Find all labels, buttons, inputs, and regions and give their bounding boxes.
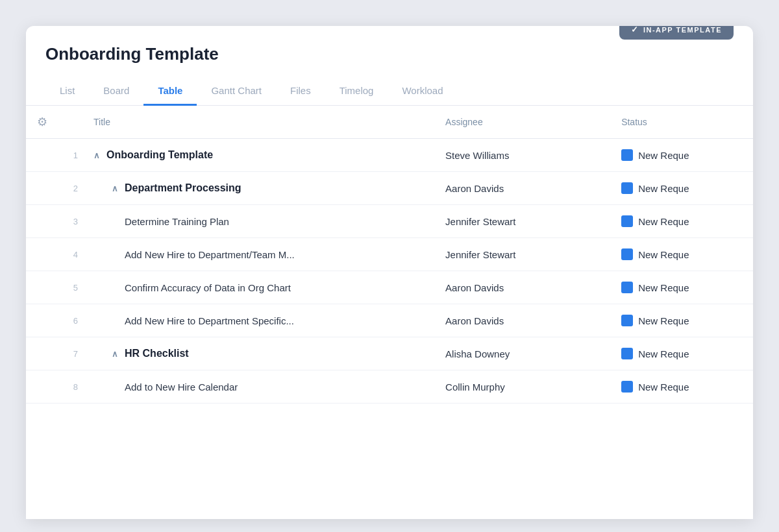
row-title-cell[interactable]: ∧Onboarding Template bbox=[84, 139, 436, 172]
gear-icon[interactable]: ⚙ bbox=[37, 115, 47, 128]
page-title: Onboarding Template bbox=[45, 44, 734, 64]
status-cell: New Reque bbox=[621, 348, 744, 359]
table-row[interactable]: 6Add New Hire to Department Specific...A… bbox=[26, 304, 753, 337]
tab-table[interactable]: Table bbox=[143, 79, 197, 106]
row-status: New Reque bbox=[612, 205, 753, 238]
row-assignee: Collin Murphy bbox=[436, 370, 612, 404]
tab-board[interactable]: Board bbox=[89, 79, 143, 106]
assignee-column-header: Assignee bbox=[436, 106, 612, 139]
row-title-cell[interactable]: Add to New Hire Calendar bbox=[84, 370, 436, 404]
tab-gantt[interactable]: Gantt Chart bbox=[197, 79, 276, 106]
status-dot bbox=[621, 182, 633, 194]
status-cell: New Reque bbox=[621, 182, 744, 194]
row-assignee: Aaron Davids bbox=[436, 172, 612, 205]
status-text: New Reque bbox=[638, 282, 689, 293]
row-title-cell[interactable]: Add New Hire to Department Specific... bbox=[84, 304, 436, 337]
table-row[interactable]: 8Add to New Hire CalendarCollin MurphyNe… bbox=[26, 370, 753, 404]
row-number: 2 bbox=[58, 172, 84, 205]
row-title: Determine Training Plan bbox=[93, 216, 427, 227]
table-row[interactable]: 4Add New Hire to Department/Team M...Jen… bbox=[26, 238, 753, 271]
row-number: 3 bbox=[58, 205, 84, 238]
status-text: New Reque bbox=[638, 381, 689, 393]
row-title: Add to New Hire Calendar bbox=[93, 381, 427, 393]
status-cell: New Reque bbox=[621, 248, 744, 260]
row-assignee: Alisha Downey bbox=[436, 337, 612, 370]
row-title-cell[interactable]: Confirm Accuracy of Data in Org Chart bbox=[84, 271, 436, 304]
row-status: New Reque bbox=[612, 139, 753, 172]
table-row[interactable]: 3Determine Training PlanJennifer Stewart… bbox=[26, 205, 753, 238]
status-cell: New Reque bbox=[621, 149, 744, 161]
status-text: New Reque bbox=[638, 183, 689, 194]
tab-files[interactable]: Files bbox=[276, 79, 325, 106]
row-title-cell[interactable]: ∧HR Checklist bbox=[84, 337, 436, 370]
chevron-icon[interactable]: ∧ bbox=[93, 151, 100, 160]
tab-workload[interactable]: Workload bbox=[388, 79, 457, 106]
in-app-badge: ✓ IN-APP TEMPLATE bbox=[619, 26, 734, 40]
row-settings-cell bbox=[26, 370, 58, 404]
title-column-header: Title bbox=[84, 106, 436, 139]
table-row[interactable]: 7∧HR ChecklistAlisha DowneyNew Reque bbox=[26, 337, 753, 370]
tab-timelog[interactable]: Timelog bbox=[325, 79, 388, 106]
table-row[interactable]: 1∧Onboarding TemplateSteve WilliamsNew R… bbox=[26, 139, 753, 172]
status-dot bbox=[621, 215, 633, 227]
status-cell: New Reque bbox=[621, 215, 744, 227]
num-column-header bbox=[58, 106, 84, 139]
chevron-icon[interactable]: ∧ bbox=[112, 349, 118, 359]
status-text: New Reque bbox=[638, 249, 689, 260]
settings-column-header[interactable]: ⚙ bbox=[26, 106, 58, 139]
status-dot bbox=[621, 315, 633, 326]
status-dot bbox=[621, 348, 633, 359]
status-text: New Reque bbox=[638, 150, 689, 161]
status-dot bbox=[621, 381, 633, 393]
row-assignee: Aaron Davids bbox=[436, 271, 612, 304]
row-status: New Reque bbox=[612, 304, 753, 337]
row-settings-cell bbox=[26, 304, 58, 337]
row-title: ∧HR Checklist bbox=[93, 348, 427, 359]
status-cell: New Reque bbox=[621, 315, 744, 326]
row-settings-cell bbox=[26, 337, 58, 370]
row-status: New Reque bbox=[612, 337, 753, 370]
main-card: ✓ IN-APP TEMPLATE Onboarding Template Li… bbox=[26, 26, 753, 519]
row-title-text: HR Checklist bbox=[125, 348, 189, 359]
row-status: New Reque bbox=[612, 238, 753, 271]
row-status: New Reque bbox=[612, 370, 753, 404]
row-assignee: Aaron Davids bbox=[436, 304, 612, 337]
main-table: ⚙ Title Assignee Status 1∧Onboarding Tem… bbox=[26, 106, 753, 404]
row-title-text: Add New Hire to Department Specific... bbox=[125, 315, 294, 326]
row-title-text: Add New Hire to Department/Team M... bbox=[125, 249, 295, 260]
row-number: 4 bbox=[58, 238, 84, 271]
row-assignee: Steve Williams bbox=[436, 139, 612, 172]
check-icon: ✓ bbox=[631, 26, 639, 34]
row-number: 6 bbox=[58, 304, 84, 337]
table-row[interactable]: 5Confirm Accuracy of Data in Org ChartAa… bbox=[26, 271, 753, 304]
row-title: Add New Hire to Department/Team M... bbox=[93, 249, 427, 260]
row-title-text: Determine Training Plan bbox=[125, 216, 229, 227]
row-title-cell[interactable]: Determine Training Plan bbox=[84, 205, 436, 238]
row-number: 1 bbox=[58, 139, 84, 172]
row-number: 7 bbox=[58, 337, 84, 370]
table-row[interactable]: 2∧Department ProcessingAaron DavidsNew R… bbox=[26, 172, 753, 205]
status-text: New Reque bbox=[638, 315, 689, 326]
row-settings-cell bbox=[26, 205, 58, 238]
row-title: Add New Hire to Department Specific... bbox=[93, 315, 427, 326]
row-number: 5 bbox=[58, 271, 84, 304]
row-status: New Reque bbox=[612, 271, 753, 304]
row-title: ∧Onboarding Template bbox=[93, 149, 427, 161]
row-title: Confirm Accuracy of Data in Org Chart bbox=[93, 282, 427, 293]
status-dot bbox=[621, 248, 633, 260]
row-assignee: Jennifer Stewart bbox=[436, 238, 612, 271]
status-text: New Reque bbox=[638, 216, 689, 227]
row-title-cell[interactable]: ∧Department Processing bbox=[84, 172, 436, 205]
row-settings-cell bbox=[26, 172, 58, 205]
row-title-text: Add to New Hire Calendar bbox=[125, 381, 238, 393]
status-column-header: Status bbox=[612, 106, 753, 139]
tab-nav: List Board Table Gantt Chart Files Timel… bbox=[26, 79, 753, 106]
status-text: New Reque bbox=[638, 348, 689, 359]
status-dot bbox=[621, 149, 633, 161]
row-title-cell[interactable]: Add New Hire to Department/Team M... bbox=[84, 238, 436, 271]
chevron-icon[interactable]: ∧ bbox=[112, 184, 118, 193]
row-settings-cell bbox=[26, 139, 58, 172]
tab-list[interactable]: List bbox=[45, 79, 89, 106]
status-cell: New Reque bbox=[621, 381, 744, 393]
row-assignee: Jennifer Stewart bbox=[436, 205, 612, 238]
